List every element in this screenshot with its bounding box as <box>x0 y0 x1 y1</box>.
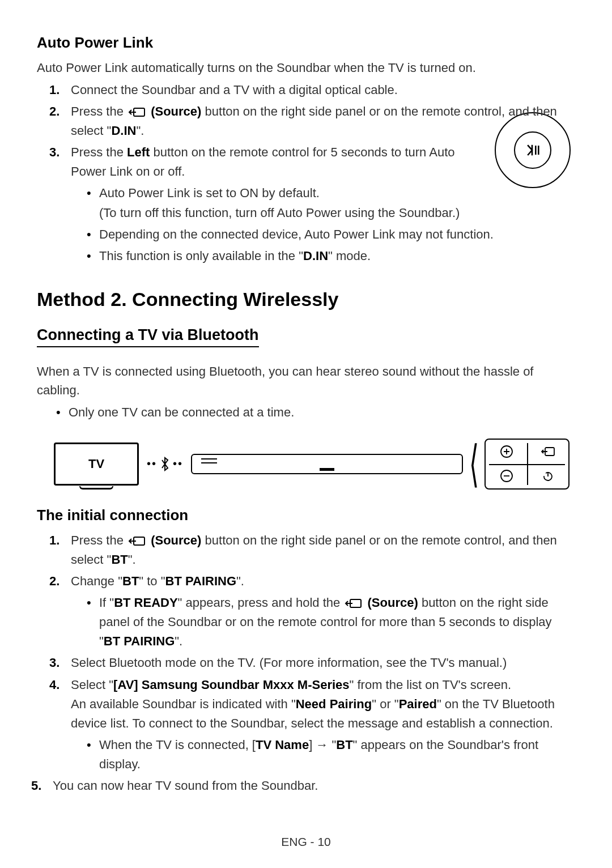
step-1: 1.Connect the Soundbar and a TV with a d… <box>55 80 575 100</box>
s4l2a: An available Soundbar is indicated with … <box>71 697 296 711</box>
s2sa: If " <box>99 595 114 610</box>
tv-label: TV <box>88 457 104 471</box>
volume-up-icon <box>486 440 527 464</box>
s4sa: When the TV is connected, [ <box>99 738 256 752</box>
bullet-may-not-function: Depending on the connected device, Auto … <box>87 225 575 244</box>
s4a: Select " <box>71 678 113 692</box>
s2bt: BT <box>122 574 139 588</box>
s2a: Change " <box>71 574 122 588</box>
s4paired: Paired <box>399 697 437 711</box>
s4sb: ] → " <box>309 738 336 752</box>
s4b: " from the list on TV's screen. <box>350 678 511 692</box>
bluetooth-signal-icon: •• •• <box>147 457 183 471</box>
s1bt: BT <box>111 552 128 567</box>
ic-step-4-sub: When the TV is connected, [TV Name] → "B… <box>87 735 575 774</box>
s2b: " to " <box>139 574 165 588</box>
s3-text: Select Bluetooth mode on the TV. (For mo… <box>71 656 507 670</box>
s2ssrc: (Source) <box>368 595 418 610</box>
source-label: (Source) <box>151 104 201 118</box>
ic-step-2: 2. Change "BT" to "BT PAIRING". If "BT R… <box>55 572 575 651</box>
step-2: 2. Press the (Source) button on the righ… <box>55 102 575 141</box>
s2sb: " appears, press and hold the <box>178 595 344 610</box>
source-icon <box>128 535 146 547</box>
step-2-text-c: ". <box>136 124 144 138</box>
s4l2b: " or " <box>372 697 398 711</box>
s2spair: BT PAIRING <box>104 634 175 648</box>
s4name: [AV] Samsung Soundbar Mxxx M-Series <box>113 678 349 692</box>
ic-step-5: 5.You can now hear TV sound from the Sou… <box>37 776 575 795</box>
s2sready: BT READY <box>114 595 177 610</box>
bt-note-one-tv: Only one TV can be connected at a time. <box>56 403 575 422</box>
page-footer: ENG - 10 <box>0 835 612 849</box>
ic-step-4: 4. Select "[AV] Samsung Soundbar Mxxx M-… <box>55 675 575 774</box>
s4sbt: BT <box>336 738 352 752</box>
din-label: D.IN <box>111 124 136 138</box>
bluetooth-diagram: TV •• •• ⟨ <box>54 439 570 490</box>
ic-step-3: 3.Select Bluetooth mode on the TV. (For … <box>55 653 575 673</box>
auto-power-link-steps: 1.Connect the Soundbar and a TV with a d… <box>55 80 575 266</box>
din-label-2: D.IN <box>303 249 328 263</box>
volume-down-icon <box>486 464 527 488</box>
tv-box: TV <box>54 442 139 486</box>
source-icon <box>128 107 146 118</box>
s1a: Press the <box>71 533 127 547</box>
initial-connection-steps: 1. Press the (Source) button on the righ… <box>55 531 575 795</box>
left-label: Left <box>127 145 150 159</box>
power-icon <box>527 464 568 488</box>
ic-step-1: 1. Press the (Source) button on the righ… <box>55 531 575 569</box>
s4tvname: TV Name <box>256 738 309 752</box>
bullet-din-only: This function is only available in the "… <box>87 246 575 266</box>
heading-bluetooth: Connecting a TV via Bluetooth <box>37 326 259 347</box>
s5-text: You can now hear TV sound from the Sound… <box>53 778 318 793</box>
bullet1a-text: Auto Power Link is set to ON by default. <box>99 186 320 200</box>
step-1-text: Connect the Soundbar and a TV with a dig… <box>71 83 398 97</box>
s2sd: ". <box>175 634 182 648</box>
step-2-text-a: Press the <box>71 104 127 118</box>
ic-step-2-sub: If "BT READY" appears, press and hold th… <box>87 593 575 651</box>
ic-step-2-bullet: If "BT READY" appears, press and hold th… <box>87 593 575 651</box>
bullet-default-on: Auto Power Link is set to ON by default.… <box>87 184 575 222</box>
soundbar-icon <box>191 454 463 474</box>
source-panel-icon <box>527 440 568 464</box>
step-3-text-a: Press the <box>71 145 127 159</box>
s1c: ". <box>128 552 136 567</box>
control-panel-icon <box>484 439 570 490</box>
s2c: ". <box>236 574 244 588</box>
bt-intro: When a TV is connected using Bluetooth, … <box>37 362 575 399</box>
heading-auto-power-link: Auto Power Link <box>37 34 575 52</box>
ic-step-4-bullet: When the TV is connected, [TV Name] → "B… <box>87 735 575 774</box>
s4need: Need Pairing <box>296 697 372 711</box>
s2pair: BT PAIRING <box>165 574 236 588</box>
bullet3a-text: This function is only available in the " <box>99 249 303 263</box>
bullet1b-text: (To turn off this function, turn off Aut… <box>99 206 460 220</box>
bt-notes: Only one TV can be connected at a time. <box>56 403 575 422</box>
heading-initial-connection: The initial connection <box>37 507 575 524</box>
step-3-sublist: Auto Power Link is set to ON by default.… <box>87 184 575 265</box>
step-3: 3. Press the Left button on the remote c… <box>55 143 575 266</box>
intro-text: Auto Power Link automatically turns on t… <box>37 58 575 77</box>
heading-method-2: Method 2. Connecting Wirelessly <box>37 288 575 310</box>
source-icon <box>345 598 363 609</box>
s1-source: (Source) <box>151 533 201 547</box>
bullet3b-text: " mode. <box>328 249 371 263</box>
bracket-icon: ⟨ <box>469 444 479 484</box>
